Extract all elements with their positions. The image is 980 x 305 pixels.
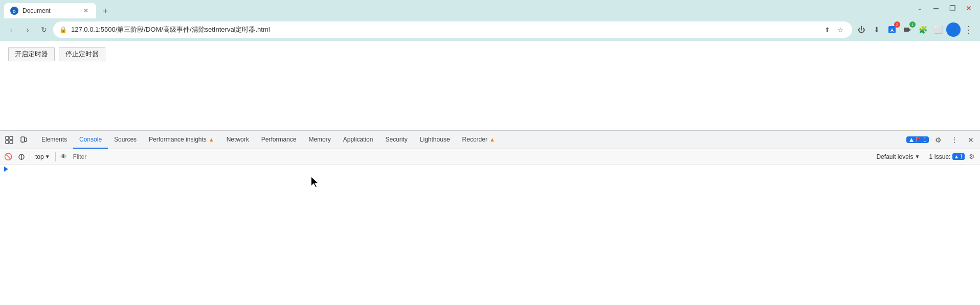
filter-input[interactable]: [71, 153, 872, 160]
svg-marker-16: [955, 155, 958, 158]
context-dropdown-arrow: ▼: [45, 154, 50, 159]
address-text: 127.0.0.1:5500/第三阶段/DOM/高级事件/清除setInterv…: [71, 25, 817, 34]
sidebar-button[interactable]: ⬜: [931, 22, 945, 37]
bookmark-icon[interactable]: ☆: [835, 24, 846, 35]
tab-application[interactable]: Application: [337, 131, 380, 149]
tab-title: Document: [23, 7, 78, 14]
forward-button[interactable]: ›: [20, 22, 35, 37]
tab-elements[interactable]: Elements: [35, 131, 73, 149]
extension2-icon[interactable]: 1: [900, 22, 915, 37]
console-toolbar: 🚫 top ▼ 👁 Default levels ▼ 1 Issue:: [0, 149, 980, 165]
extension2-icon-wrap: 1: [900, 22, 915, 37]
window-close-button[interactable]: ✕: [962, 1, 976, 15]
svg-rect-5: [908, 29, 910, 31]
svg-rect-7: [10, 136, 13, 139]
context-dropdown[interactable]: top ▼: [32, 152, 53, 161]
context-label: top: [35, 153, 44, 160]
clear-console-button[interactable]: 🚫: [2, 151, 14, 163]
devtools-tab-right: 🚩 1 ⚙ ⋮ ✕: [906, 133, 978, 147]
menu-button[interactable]: ⋮: [962, 22, 976, 37]
tab-memory[interactable]: Memory: [302, 131, 337, 149]
tab-favicon: D: [10, 7, 18, 15]
share-icon[interactable]: ⬆: [821, 24, 833, 35]
page-content: 开启定时器 停止定时器: [0, 41, 980, 130]
devtools-tabs: Elements Console Sources Performance ins…: [35, 131, 906, 149]
tab-console[interactable]: Console: [73, 131, 108, 149]
browser-tab-active[interactable]: D Document ✕: [4, 3, 96, 18]
console-filter-button[interactable]: [15, 151, 28, 163]
tab-security[interactable]: Security: [379, 131, 413, 149]
extension1-icon[interactable]: A 2: [885, 22, 899, 37]
profile-icon[interactable]: 👤: [946, 22, 961, 37]
svg-rect-6: [6, 136, 9, 139]
default-levels-label: Default levels: [876, 153, 913, 160]
inspect-element-icon[interactable]: [2, 133, 16, 147]
tab-sources[interactable]: Sources: [108, 131, 143, 149]
power-icon[interactable]: ⏻: [854, 22, 868, 37]
tab-performance[interactable]: Performance: [255, 131, 303, 149]
back-button[interactable]: ‹: [4, 22, 18, 37]
nav-right-icons: ⏻ ⬇ A 2 1: [854, 22, 976, 37]
issues-count-badge[interactable]: 1: [952, 153, 965, 160]
console-prompt: [4, 167, 976, 172]
tab-bar: D Document ✕ + ⌄ ─ ❐ ✕: [0, 0, 980, 18]
svg-text:D: D: [13, 9, 16, 14]
issues-count-section: 1 Issue: 1: [929, 153, 965, 160]
extensions-button[interactable]: 🧩: [916, 22, 930, 37]
new-tab-button[interactable]: +: [98, 4, 113, 18]
issues-badge-label: 🚩: [916, 137, 922, 143]
download-icon[interactable]: ⬇: [870, 22, 884, 37]
start-timer-button[interactable]: 开启定时器: [8, 47, 55, 61]
address-icons: ⬆ ☆: [821, 24, 846, 35]
page-buttons: 开启定时器 停止定时器: [8, 47, 972, 61]
device-toolbar-icon[interactable]: [16, 133, 31, 147]
address-bar[interactable]: 🔒 127.0.0.1:5500/第三阶段/DOM/高级事件/清除setInte…: [53, 21, 852, 38]
window-minimize-button[interactable]: ─: [929, 1, 943, 15]
tab-network[interactable]: Network: [220, 131, 255, 149]
console-divider-1: [30, 152, 30, 161]
issues-badge-count: 1: [923, 137, 926, 143]
browser-chrome: D Document ✕ + ⌄ ─ ❐ ✕ ‹ › ↻ 🔒 127.0.0.1…: [0, 0, 980, 305]
devtools-tab-bar: Elements Console Sources Performance ins…: [0, 131, 980, 149]
issues-count-value: 1: [960, 154, 963, 159]
toolbar-divider-1: [33, 135, 33, 145]
devtools-panel: Elements Console Sources Performance ins…: [0, 130, 980, 305]
window-tab-search-button[interactable]: ⌄: [912, 1, 927, 15]
security-icon: 🔒: [59, 26, 67, 33]
performance-insights-warning-icon: ▲: [209, 136, 214, 143]
default-levels-arrow: ▼: [915, 154, 920, 159]
devtools-settings-button[interactable]: ⚙: [931, 133, 945, 147]
console-divider-2: [55, 152, 56, 161]
recorder-warning-icon: ▲: [489, 136, 495, 143]
devtools-close-button[interactable]: ✕: [964, 133, 978, 147]
extension2-badge: 1: [909, 21, 916, 28]
eye-icon[interactable]: 👁: [58, 151, 70, 163]
svg-marker-13: [909, 138, 914, 142]
tab-close-button[interactable]: ✕: [82, 7, 90, 15]
svg-rect-8: [6, 140, 9, 144]
reload-button[interactable]: ↻: [37, 22, 51, 37]
console-settings-button[interactable]: ⚙: [966, 151, 978, 163]
svg-text:A: A: [890, 28, 894, 33]
svg-rect-9: [10, 140, 13, 144]
svg-rect-11: [25, 138, 27, 142]
stop-timer-button[interactable]: 停止定时器: [59, 47, 105, 61]
issues-count-label: 1 Issue:: [929, 153, 950, 160]
console-area[interactable]: [0, 165, 980, 305]
tab-performance-insights[interactable]: Performance insights ▲: [143, 131, 220, 149]
svg-rect-10: [21, 137, 25, 142]
tab-recorder[interactable]: Recorder ▲: [456, 131, 501, 149]
svg-point-12: [23, 142, 24, 143]
issues-badge[interactable]: 🚩 1: [906, 136, 929, 143]
console-caret-icon[interactable]: [4, 167, 8, 172]
extension1-icon-wrap: A 2: [885, 22, 899, 37]
navigation-bar: ‹ › ↻ 🔒 127.0.0.1:5500/第三阶段/DOM/高级事件/清除s…: [0, 18, 980, 41]
devtools-more-button[interactable]: ⋮: [947, 133, 962, 147]
tab-lighthouse[interactable]: Lighthouse: [414, 131, 456, 149]
window-restore-button[interactable]: ❐: [945, 1, 960, 15]
default-levels-dropdown[interactable]: Default levels ▼: [872, 152, 924, 161]
extension1-badge: 2: [894, 21, 900, 28]
